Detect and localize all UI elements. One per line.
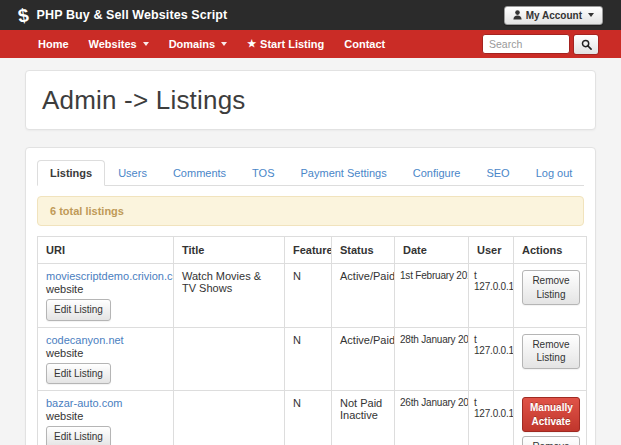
nav-item-contact[interactable]: Contact: [334, 38, 395, 50]
dollar-logo-icon: $: [17, 5, 30, 25]
tab-users[interactable]: Users: [105, 160, 160, 186]
remove-listing-button[interactable]: Remove Listing: [522, 334, 580, 369]
star-icon: ★: [247, 39, 256, 49]
nav-item-label: Home: [38, 38, 69, 50]
column-header-user: User: [469, 237, 514, 264]
heading-panel: Admin -> Listings: [25, 70, 596, 130]
main-content: Admin -> Listings Listings Users Comment…: [0, 58, 621, 445]
table-row: moviescriptdemo.crivion.com website Edit…: [38, 264, 587, 328]
remove-listing-button[interactable]: Remove Listing: [522, 436, 580, 445]
manually-activate-button[interactable]: Manually Activate: [522, 397, 580, 432]
tabs: Listings Users Comments TOS Payment Sett…: [37, 160, 584, 186]
listings-count-alert: 6 total listings: [37, 196, 584, 226]
tab-listings[interactable]: Listings: [37, 160, 105, 186]
edit-listing-button[interactable]: Edit Listing: [46, 426, 111, 445]
column-header-uri: URI: [38, 237, 174, 264]
nav-item-domains[interactable]: Domains: [159, 38, 237, 50]
main-navbar: Home Websites Domains ★ Start Listing Co…: [0, 30, 621, 58]
table-row: bazar-auto.com website Edit Listing N No…: [38, 391, 587, 445]
edit-listing-button[interactable]: Edit Listing: [46, 299, 111, 321]
column-header-actions: Actions: [514, 237, 587, 264]
content-panel: Listings Users Comments TOS Payment Sett…: [25, 147, 596, 445]
table-row: codecanyon.net website Edit Listing N Ac…: [38, 327, 587, 391]
user-ip: 127.0.0.1: [474, 345, 508, 356]
column-header-featured: Featured: [285, 237, 332, 264]
uri-link[interactable]: moviescriptdemo.crivion.com: [46, 270, 165, 282]
title-cell: Watch Movies & TV Shows: [174, 264, 285, 328]
title-cell: [174, 391, 285, 445]
user-name: t: [474, 270, 508, 281]
nav-item-label: Start Listing: [260, 38, 324, 50]
uri-cell: bazar-auto.com website Edit Listing: [38, 391, 174, 445]
title-cell: [174, 327, 285, 391]
date-cell: 28th January 2015: [395, 327, 469, 391]
tab-logout[interactable]: Log out: [523, 160, 586, 186]
edit-listing-button[interactable]: Edit Listing: [46, 363, 111, 385]
nav-item-start-listing[interactable]: ★ Start Listing: [237, 38, 334, 50]
my-account-label: My Account: [526, 10, 582, 21]
actions-cell: Remove Listing: [514, 264, 587, 328]
page-title: Admin -> Listings: [42, 85, 246, 116]
search-input[interactable]: [482, 34, 570, 54]
featured-cell: N: [285, 327, 332, 391]
nav-items: Home Websites Domains ★ Start Listing Co…: [28, 38, 395, 50]
caret-down-icon: [143, 42, 149, 46]
tab-payment-settings[interactable]: Payment Settings: [288, 160, 400, 186]
user-icon: [513, 10, 522, 20]
search-button[interactable]: [573, 34, 599, 55]
user-cell: t 127.0.0.1: [469, 391, 514, 445]
tab-tos[interactable]: TOS: [239, 160, 287, 186]
actions-cell: Manually Activate Remove Listing: [514, 391, 587, 445]
nav-item-label: Domains: [169, 38, 215, 50]
caret-down-icon: [221, 42, 227, 46]
table-header-row: URI Title Featured Status Date User Acti…: [38, 237, 587, 264]
nav-item-label: Contact: [344, 38, 385, 50]
tab-configure[interactable]: Configure: [400, 160, 474, 186]
date-cell: 1st February 2015: [395, 264, 469, 328]
uri-cell: codecanyon.net website Edit Listing: [38, 327, 174, 391]
my-account-button[interactable]: My Account: [504, 6, 603, 25]
uri-type-label: website: [46, 410, 165, 422]
user-ip: 127.0.0.1: [474, 408, 508, 419]
column-header-title: Title: [174, 237, 285, 264]
tab-seo[interactable]: SEO: [473, 160, 522, 186]
uri-cell: moviescriptdemo.crivion.com website Edit…: [38, 264, 174, 328]
uri-type-label: website: [46, 283, 165, 295]
user-ip: 127.0.0.1: [474, 281, 508, 292]
actions-cell: Remove Listing: [514, 327, 587, 391]
search-group: [482, 34, 599, 55]
nav-item-home[interactable]: Home: [28, 38, 79, 50]
uri-link[interactable]: codecanyon.net: [46, 334, 165, 346]
status-cell: Not Paid Inactive: [332, 391, 395, 445]
brand-title: PHP Buy & Sell Websites Script: [37, 8, 228, 22]
status-cell: Active/Paid: [332, 327, 395, 391]
user-name: t: [474, 334, 508, 345]
uri-type-label: website: [46, 347, 165, 359]
caret-down-icon: [588, 13, 594, 17]
column-header-status: Status: [332, 237, 395, 264]
tab-comments[interactable]: Comments: [160, 160, 239, 186]
user-cell: t 127.0.0.1: [469, 264, 514, 328]
featured-cell: N: [285, 391, 332, 445]
brand: $ PHP Buy & Sell Websites Script: [18, 6, 227, 25]
remove-listing-button[interactable]: Remove Listing: [522, 270, 580, 305]
column-header-date: Date: [395, 237, 469, 264]
topbar: $ PHP Buy & Sell Websites Script My Acco…: [0, 0, 621, 30]
listings-table: URI Title Featured Status Date User Acti…: [37, 236, 587, 445]
uri-link[interactable]: bazar-auto.com: [46, 397, 165, 409]
status-cell: Active/Paid: [332, 264, 395, 328]
nav-item-websites[interactable]: Websites: [79, 38, 159, 50]
user-cell: t 127.0.0.1: [469, 327, 514, 391]
search-icon: [581, 39, 592, 50]
user-name: t: [474, 397, 508, 408]
nav-item-label: Websites: [89, 38, 137, 50]
featured-cell: N: [285, 264, 332, 328]
date-cell: 26th January 2015: [395, 391, 469, 445]
